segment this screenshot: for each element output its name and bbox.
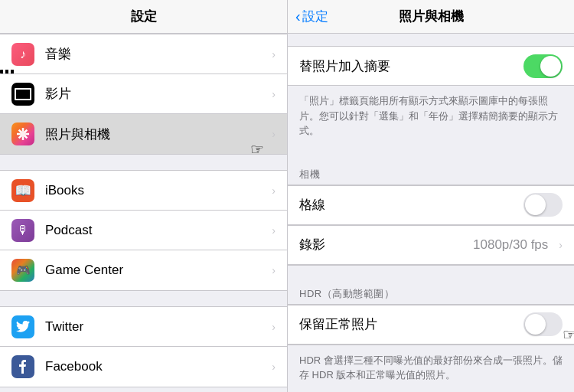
toggle-knob [525,314,546,335]
chevron-icon: › [272,361,276,373]
summarize-toggle[interactable] [523,54,563,78]
keep-normal-label: 保留正常照片 [299,315,523,333]
back-chevron-icon: ‹ [295,8,301,25]
facebook-label: Facebook [45,359,266,374]
camera-section-header: 相機 [288,162,574,185]
section-summarize: 替照片加入摘要 「照片」標籤頁能用所有顯示方式來顯示圖庫中的每張照片。您可以針對… [288,46,574,146]
camera-group: 格線 錄影 1080p/30 fps › [288,185,574,266]
svg-line-6 [25,136,28,139]
facebook-icon [11,355,34,378]
hdr-section-header: HDR（高動態範圍） [288,281,574,304]
movies-icon [11,83,34,106]
left-header: 設定 [0,0,287,34]
clapboard-top [0,70,17,74]
gamecenter-label: Game Center [45,263,266,278]
chevron-icon: › [272,88,276,100]
right-content: 替照片加入摘要 「照片」標籤頁能用所有顯示方式來顯示圖庫中的每張照片。您可以針對… [288,34,574,392]
grid-toggle[interactable] [523,193,563,217]
chevron-icon: › [272,128,276,140]
spacer [288,266,574,281]
cursor-hand-toggle-icon: ☞ [563,325,574,344]
chevron-icon: › [272,224,276,237]
gamecenter-icon: 🎮 [11,259,34,282]
toggle-knob [540,56,561,77]
recording-label: 錄影 [299,236,473,253]
svg-line-5 [19,130,21,132]
chevron-icon: › [272,264,276,276]
right-header: ‹ 設定 照片與相機 [288,0,574,34]
chevron-icon: › [272,321,276,333]
grid-row: 格線 [288,185,574,225]
hdr-description: HDR 會選擇三種不同曝光值的最好部份來合成一張照片。儲存 HDR 版本和正常曝… [288,345,574,390]
sidebar-item-gamecenter[interactable]: 🎮 Game Center › [0,250,287,290]
chevron-icon: › [272,48,276,60]
grid-label: 格線 [299,196,523,214]
twitter-label: Twitter [45,319,266,335]
right-panel: ‹ 設定 照片與相機 替照片加入摘要 「照片」標籤頁能用所有顯示方式來顯示圖庫中… [287,0,574,392]
podcast-label: Podcast [45,223,266,238]
sidebar-item-twitter[interactable]: Twitter › [0,307,287,347]
cursor-hand-icon: ☞ [250,140,264,158]
movies-label: 影片 [45,85,266,103]
settings-group-apps: 📖 iBooks › 🎙 Podcast › 🎮 Game Center › [0,170,287,291]
keep-normal-toggle[interactable]: ☞ [523,312,563,336]
sidebar-item-podcast[interactable]: 🎙 Podcast › [0,211,287,250]
music-icon: ♪ [11,43,34,66]
svg-line-8 [19,136,21,139]
chevron-icon: › [272,185,276,197]
recording-value: 1080p/30 fps [473,237,548,253]
sidebar-item-ibooks[interactable]: 📖 iBooks › [0,171,287,211]
sidebar-item-movies[interactable]: 影片 › [0,74,287,114]
right-panel-title: 照片與相機 [399,8,464,25]
chevron-icon: › [559,239,563,251]
settings-group-media: ♪ 音樂 › 影片 › [0,34,287,155]
back-button[interactable]: ‹ 設定 [295,8,328,25]
twitter-icon [11,315,34,338]
toggle-knob [525,194,546,215]
spacer [288,146,574,162]
summarize-label: 替照片加入摘要 [299,57,523,75]
photos-label: 照片與相機 [45,126,266,143]
left-panel: 設定 ♪ 音樂 › 影片 › [0,0,287,392]
left-title: 設定 [131,8,157,25]
settings-group-social: Twitter › Facebook › [0,306,287,387]
summarize-row: 替照片加入摘要 [288,46,574,86]
hdr-group: 保留正常照片 ☞ [288,304,574,345]
clapboard-body [15,88,31,100]
recording-row[interactable]: 錄影 1080p/30 fps › [288,225,574,265]
music-label: 音樂 [45,45,266,63]
photos-icon [11,122,34,145]
ibooks-label: iBooks [45,183,266,198]
svg-line-7 [25,130,28,132]
sidebar-item-photos[interactable]: 照片與相機 › ☞ [0,114,287,154]
ibooks-icon: 📖 [11,179,34,202]
keep-normal-row: 保留正常照片 ☞ [288,305,574,345]
sidebar-item-facebook[interactable]: Facebook › [0,347,287,387]
sidebar-item-music[interactable]: ♪ 音樂 › [0,34,287,74]
podcast-icon: 🎙 [11,219,34,242]
back-label: 設定 [302,8,328,25]
summarize-description: 「照片」標籤頁能用所有顯示方式來顯示圖庫中的每張照片。您可以針對「選集」和「年份… [288,86,574,146]
